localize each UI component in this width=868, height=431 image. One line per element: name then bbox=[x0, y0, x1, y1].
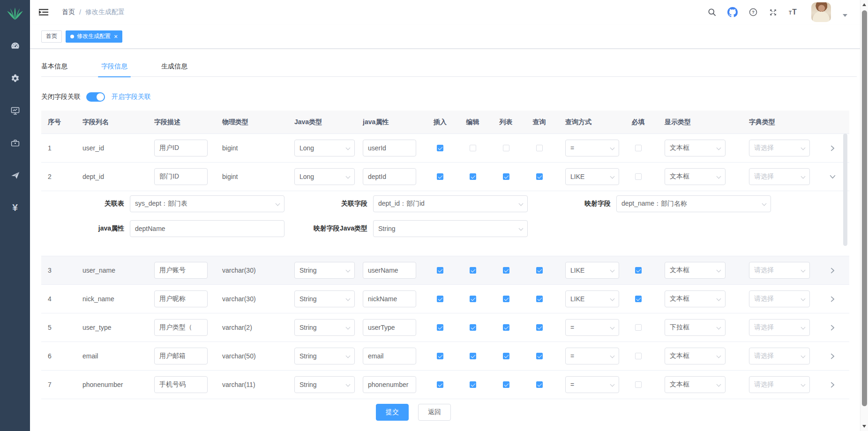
field-desc-input[interactable]: 用户邮箱 bbox=[154, 348, 208, 364]
app-logo[interactable] bbox=[6, 5, 24, 22]
required-checkbox[interactable] bbox=[635, 145, 642, 151]
dict-type-select[interactable]: 请选择 bbox=[749, 376, 810, 393]
query-type-select[interactable]: = bbox=[565, 319, 619, 336]
query-type-select[interactable]: = bbox=[565, 376, 619, 393]
java-type-select[interactable]: String bbox=[294, 290, 355, 307]
query-checkbox[interactable] bbox=[536, 381, 543, 388]
required-checkbox[interactable] bbox=[635, 173, 642, 180]
required-checkbox[interactable] bbox=[635, 381, 642, 388]
breadcrumb-home[interactable]: 首页 bbox=[62, 8, 75, 16]
sidebar-item-job[interactable] bbox=[10, 171, 20, 180]
tab-gen-info[interactable]: 生成信息 bbox=[161, 55, 187, 77]
expand-row-icon[interactable] bbox=[830, 174, 836, 180]
query-type-select[interactable]: LIKE bbox=[565, 168, 619, 185]
sidebar-item-monitor[interactable] bbox=[10, 106, 20, 115]
caret-down-icon[interactable] bbox=[843, 14, 847, 17]
rel-table-select[interactable]: sys_dept：部门表 bbox=[130, 195, 284, 212]
search-icon[interactable] bbox=[707, 7, 717, 17]
display-type-select[interactable]: 文本框 bbox=[665, 348, 726, 364]
java-type-select[interactable]: Long bbox=[294, 168, 355, 185]
back-button[interactable]: 返回 bbox=[418, 404, 451, 421]
display-type-select[interactable]: 文本框 bbox=[665, 376, 726, 393]
scroll-down-arrow-icon[interactable] bbox=[862, 425, 866, 428]
edit-checkbox[interactable] bbox=[470, 173, 476, 180]
tab-basic-info[interactable]: 基本信息 bbox=[41, 55, 67, 77]
query-checkbox[interactable] bbox=[536, 296, 543, 302]
table-scrollbar-thumb[interactable] bbox=[843, 134, 847, 246]
edit-checkbox[interactable] bbox=[470, 267, 476, 274]
user-avatar[interactable] bbox=[811, 2, 831, 22]
expand-row-icon[interactable] bbox=[830, 145, 836, 151]
query-type-select[interactable]: = bbox=[565, 348, 619, 364]
dict-type-select[interactable]: 请选择 bbox=[749, 319, 810, 336]
field-desc-input[interactable]: 用户ID bbox=[154, 140, 208, 156]
java-type-select[interactable]: String bbox=[294, 319, 355, 336]
java-attr-input[interactable]: userId bbox=[363, 140, 416, 156]
field-desc-input[interactable]: 用户昵称 bbox=[154, 290, 208, 307]
java-type-select[interactable]: String bbox=[294, 376, 355, 393]
sidebar-fold-icon[interactable] bbox=[38, 7, 49, 17]
github-icon[interactable] bbox=[727, 7, 738, 17]
edit-checkbox[interactable] bbox=[470, 324, 476, 331]
sidebar-item-pay[interactable]: ¥ bbox=[10, 203, 20, 212]
insert-checkbox[interactable] bbox=[437, 296, 443, 302]
sidebar-item-system[interactable] bbox=[10, 74, 20, 83]
tag-close-icon[interactable]: × bbox=[114, 33, 118, 40]
dict-type-select[interactable]: 请选择 bbox=[749, 168, 810, 185]
edit-checkbox[interactable] bbox=[470, 381, 476, 388]
required-checkbox[interactable] bbox=[635, 267, 642, 274]
help-question-icon[interactable]: ? bbox=[748, 7, 758, 17]
dict-type-select[interactable]: 请选择 bbox=[749, 140, 810, 156]
java-attr-input[interactable]: deptId bbox=[363, 168, 416, 185]
insert-checkbox[interactable] bbox=[437, 381, 443, 388]
display-type-select[interactable]: 文本框 bbox=[665, 290, 726, 307]
window-scrollbar[interactable] bbox=[860, 0, 868, 431]
insert-checkbox[interactable] bbox=[437, 353, 443, 359]
list-checkbox[interactable] bbox=[503, 267, 509, 274]
field-relation-switch[interactable] bbox=[86, 92, 105, 102]
expand-row-icon[interactable] bbox=[830, 296, 836, 302]
field-desc-input[interactable]: 部门ID bbox=[154, 168, 208, 185]
display-type-select[interactable]: 文本框 bbox=[665, 140, 726, 156]
required-checkbox[interactable] bbox=[635, 324, 642, 331]
java-type-select[interactable]: String bbox=[294, 348, 355, 364]
insert-checkbox[interactable] bbox=[437, 145, 443, 151]
query-checkbox[interactable] bbox=[536, 267, 543, 274]
tag-home[interactable]: 首页 bbox=[41, 30, 62, 43]
list-checkbox[interactable] bbox=[503, 145, 509, 151]
edit-checkbox[interactable] bbox=[470, 145, 476, 151]
submit-button[interactable]: 提交 bbox=[376, 404, 409, 421]
query-checkbox[interactable] bbox=[536, 353, 543, 359]
display-type-select[interactable]: 下拉框 bbox=[665, 319, 726, 336]
expand-row-icon[interactable] bbox=[830, 353, 836, 359]
list-checkbox[interactable] bbox=[503, 381, 509, 388]
dict-type-select[interactable]: 请选择 bbox=[749, 348, 810, 364]
query-type-select[interactable]: LIKE bbox=[565, 290, 619, 307]
insert-checkbox[interactable] bbox=[437, 324, 443, 331]
edit-checkbox[interactable] bbox=[470, 353, 476, 359]
java-type-select[interactable]: String bbox=[294, 262, 355, 279]
map-java-attr-input[interactable]: deptName bbox=[130, 220, 284, 237]
list-checkbox[interactable] bbox=[503, 296, 509, 302]
map-java-type-select[interactable]: String bbox=[373, 220, 528, 237]
field-desc-input[interactable]: 用户类型（ bbox=[154, 319, 208, 336]
sidebar-item-dashboard[interactable] bbox=[10, 41, 20, 51]
field-desc-input[interactable]: 用户账号 bbox=[154, 262, 208, 279]
insert-checkbox[interactable] bbox=[437, 267, 443, 274]
sidebar-item-tool[interactable] bbox=[10, 138, 20, 148]
expand-row-icon[interactable] bbox=[830, 382, 836, 388]
query-checkbox[interactable] bbox=[536, 145, 543, 151]
tab-field-info[interactable]: 字段信息 bbox=[101, 55, 127, 77]
query-checkbox[interactable] bbox=[536, 324, 543, 331]
dict-type-select[interactable]: 请选择 bbox=[749, 290, 810, 307]
insert-checkbox[interactable] bbox=[437, 173, 443, 180]
list-checkbox[interactable] bbox=[503, 173, 509, 180]
expand-row-icon[interactable] bbox=[830, 325, 836, 331]
list-checkbox[interactable] bbox=[503, 324, 509, 331]
tag-current[interactable]: 修改生成配置 × bbox=[66, 30, 122, 43]
java-type-select[interactable]: Long bbox=[294, 140, 355, 156]
java-attr-input[interactable]: userType bbox=[363, 319, 416, 336]
display-type-select[interactable]: 文本框 bbox=[665, 168, 726, 185]
java-attr-input[interactable]: nickName bbox=[363, 290, 416, 307]
query-type-select[interactable]: = bbox=[565, 140, 619, 156]
